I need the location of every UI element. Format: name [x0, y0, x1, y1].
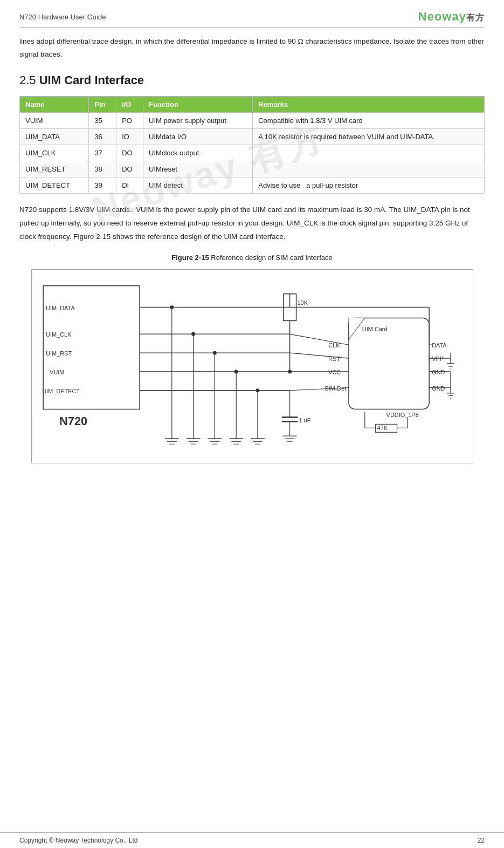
vuim-label: VUIM — [50, 368, 64, 375]
table-row: UIM_DATA 36 IO UIMdata I/O A 10K resisto… — [20, 128, 485, 145]
logo-suffix: 有方 — [466, 13, 485, 22]
cell-name: VUIM — [20, 112, 89, 128]
cell-io: DO — [116, 161, 143, 177]
circuit-diagram: N720 UIM_DATA UIM_CLK UIM_RST VUIM UIM_D… — [31, 269, 473, 463]
cell-remarks — [253, 161, 485, 177]
cell-pin: 35 — [89, 112, 116, 128]
figure-description: Reference design of SIM card interface — [211, 254, 332, 262]
gnd1-label: GND — [432, 368, 445, 375]
page-footer: Copyright © Neoway Technology Co., Ltd 2… — [0, 832, 504, 848]
company-logo: Neoway有方 — [418, 10, 485, 24]
page-header: N720 Hardware User Guide Neoway有方 — [19, 10, 485, 28]
cell-pin: 39 — [89, 177, 116, 193]
svg-rect-35 — [349, 318, 429, 409]
uim-card-box-label: UIM Card — [362, 326, 387, 332]
cell-pin: 36 — [89, 128, 116, 145]
cap-label: 1 uF — [299, 417, 310, 423]
copyright-text: Copyright © Neoway Technology Co., Ltd — [19, 837, 137, 844]
col-io: I/O — [116, 96, 143, 112]
table-row: VUIM 35 PO UIM power supply output Compa… — [20, 112, 485, 128]
uim-detect-label: UIM_DETECT — [42, 387, 80, 394]
vcc-label: VCC — [328, 368, 341, 375]
vddio-label: VDDIO_1P8 — [386, 412, 418, 418]
section-number: 2.5 — [19, 73, 36, 87]
data-label: DATA — [432, 342, 447, 348]
cell-function: UIM power supply output — [143, 112, 253, 128]
cell-remarks: Advise to use a pull-up resistor — [253, 177, 485, 193]
col-name: Name — [20, 96, 89, 112]
page-number: 22 — [478, 837, 485, 844]
cell-pin: 37 — [89, 145, 116, 161]
figure-caption: Figure 2-15 Reference design of SIM card… — [19, 254, 485, 262]
cell-name: UIM_DETECT — [20, 177, 89, 193]
gnd2-label: GND — [432, 385, 445, 391]
cell-name: UIM_RESET — [20, 161, 89, 177]
cell-name: UIM_CLK — [20, 145, 89, 161]
col-remarks: Remarks — [253, 96, 485, 112]
body-paragraph: N720 supports 1.8V/3V UIM cards.. VUIM i… — [19, 203, 485, 244]
n720-label: N720 — [59, 414, 87, 428]
intro-paragraph: lines adopt differential trace design, i… — [19, 35, 485, 61]
cell-function: UIMreset — [143, 161, 253, 177]
cell-io: PO — [116, 112, 143, 128]
col-function: Function — [143, 96, 253, 112]
section-name: UIM Card Interface — [39, 73, 144, 87]
vpp-label: VPP — [432, 355, 444, 362]
cell-remarks: A 10K resistor is required between VUIM … — [253, 128, 485, 145]
table-row: UIM_CLK 37 DO UIMclock output — [20, 145, 485, 161]
cell-pin: 38 — [89, 161, 116, 177]
cell-name: UIM_DATA — [20, 128, 89, 145]
uim-clk-label: UIM_CLK — [46, 331, 72, 338]
resistor-10k-label: 10K — [297, 299, 308, 305]
table-row: UIM_DETECT 39 DI UIM detect Advise to us… — [20, 177, 485, 193]
cell-function: UIM detect — [143, 177, 253, 193]
resistor-47k-label: 47K — [377, 425, 388, 431]
section-title: 2.5 UIM Card Interface — [19, 73, 485, 87]
col-pin: Pin — [89, 96, 116, 112]
document-title: N720 Hardware User Guide — [19, 13, 106, 21]
cell-function: UIMclock output — [143, 145, 253, 161]
uim-interface-table: Name Pin I/O Function Remarks VUIM 35 PO… — [19, 96, 485, 194]
cell-io: DI — [116, 177, 143, 193]
cell-remarks — [253, 145, 485, 161]
table-row: UIM_RESET 38 DO UIMreset — [20, 161, 485, 177]
uim-rst-label: UIM_RST — [46, 350, 72, 357]
cell-io: DO — [116, 145, 143, 161]
uim-data-label: UIM_DATA — [46, 304, 75, 311]
figure-label: Figure 2-15 — [171, 254, 209, 262]
cell-function: UIMdata I/O — [143, 128, 253, 145]
svg-line-36 — [289, 334, 348, 345]
circuit-svg: N720 UIM_DATA UIM_CLK UIM_RST VUIM UIM_D… — [32, 270, 473, 463]
cell-remarks: Compatible with 1.8/3 V UIM card — [253, 112, 485, 128]
cell-io: IO — [116, 128, 143, 145]
logo-neoway: Neoway — [418, 10, 466, 23]
